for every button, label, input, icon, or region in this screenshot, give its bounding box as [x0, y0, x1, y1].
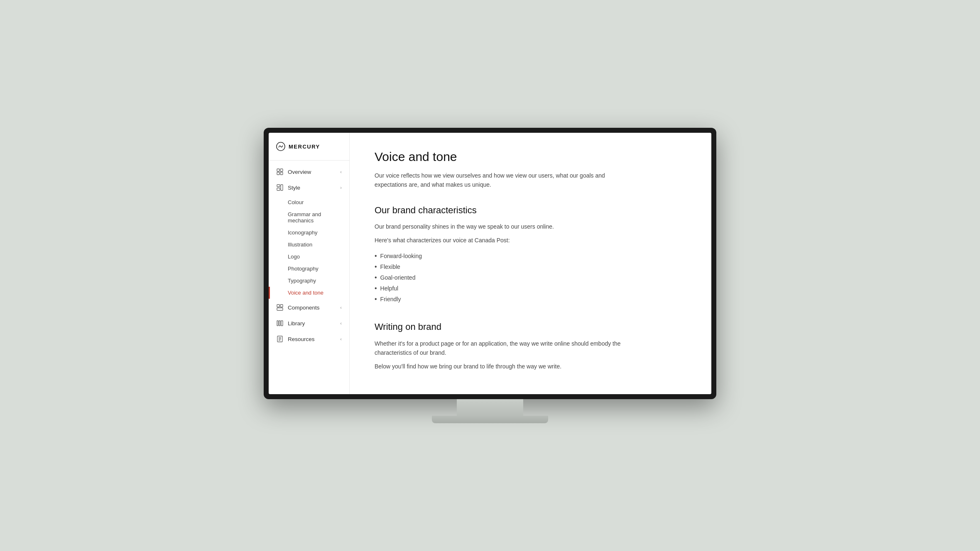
chevron-down-icon-overview: ‹	[340, 169, 342, 174]
brand-traits-list: Forward-looking Flexible Goal-oriented H…	[375, 251, 686, 305]
svg-rect-10	[277, 308, 283, 310]
monitor-stand-base	[432, 416, 548, 423]
brand-subtext: Here's what characterizes our voice at C…	[375, 236, 624, 245]
resources-icon	[276, 335, 284, 343]
svg-rect-2	[280, 169, 283, 171]
sidebar-item-voice-and-tone[interactable]: Voice and tone	[269, 287, 349, 299]
sidebar-item-label-library: Library	[288, 320, 305, 327]
sidebar-item-style[interactable]: Style ›	[269, 180, 349, 195]
nav-section-library: Library ‹	[269, 315, 349, 331]
chevron-down-icon-components: ‹	[340, 305, 342, 310]
svg-rect-11	[277, 321, 278, 326]
style-icon	[276, 184, 284, 191]
svg-rect-8	[277, 305, 279, 307]
sidebar-item-label-overview: Overview	[288, 169, 311, 175]
overview-icon	[276, 168, 284, 176]
sidebar-item-overview[interactable]: Overview ‹	[269, 164, 349, 180]
nav-section-components: Components ‹	[269, 300, 349, 315]
list-item: Helpful	[375, 283, 686, 294]
logo-area: MERCURY	[269, 133, 349, 161]
svg-rect-7	[281, 185, 283, 190]
svg-rect-9	[280, 305, 283, 307]
brand-characteristics-heading: Our brand characteristics	[375, 205, 686, 217]
sidebar-item-typography[interactable]: Typography	[269, 275, 349, 287]
sidebar-item-colour[interactable]: Colour	[269, 196, 349, 208]
main-content: Voice and tone Our voice reflects how we…	[350, 133, 711, 394]
chevron-down-icon-resources: ‹	[340, 336, 342, 341]
sidebar-item-iconography[interactable]: Iconography	[269, 227, 349, 239]
sidebar-item-logo[interactable]: Logo	[269, 251, 349, 263]
writing-subtext: Below you'll find how we bring our brand…	[375, 362, 624, 371]
page-intro: Our voice reflects how we view ourselves…	[375, 171, 624, 190]
logo-text: MERCURY	[289, 144, 320, 150]
nav-section-overview: Overview ‹	[269, 164, 349, 180]
list-item: Friendly	[375, 294, 686, 305]
svg-rect-12	[279, 321, 280, 326]
writing-heading: Writing on brand	[375, 321, 686, 333]
brand-description: Our brand personality shines in the way …	[375, 222, 624, 231]
sidebar-item-illustration[interactable]: Illustration	[269, 239, 349, 251]
writing-section: Writing on brand Whether it's for a prod…	[375, 321, 686, 371]
library-icon	[276, 319, 284, 327]
sidebar-item-label-resources: Resources	[288, 336, 315, 342]
components-icon	[276, 304, 284, 311]
sidebar-navigation: Overview ‹	[269, 161, 349, 394]
nav-section-style: Style › Colour Grammar and mechanics	[269, 180, 349, 300]
app-container: MERCURY	[269, 133, 711, 394]
page-title: Voice and tone	[375, 149, 686, 164]
chevron-up-icon-style: ›	[340, 185, 342, 190]
style-subnav: Colour Grammar and mechanics Iconography…	[269, 195, 349, 300]
svg-rect-1	[277, 169, 279, 171]
sidebar-item-resources[interactable]: Resources ‹	[269, 331, 349, 347]
list-item: Goal-oriented	[375, 272, 686, 283]
list-item: Forward-looking	[375, 251, 686, 261]
sidebar-item-label-components: Components	[288, 305, 320, 311]
sidebar: MERCURY	[269, 133, 350, 394]
sidebar-item-label-style: Style	[288, 185, 300, 191]
svg-rect-4	[280, 172, 283, 175]
svg-rect-5	[277, 185, 280, 187]
svg-rect-6	[277, 188, 280, 190]
writing-description: Whether it's for a product page or for a…	[375, 339, 624, 358]
nav-section-resources: Resources ‹	[269, 331, 349, 347]
sidebar-item-components[interactable]: Components ‹	[269, 300, 349, 315]
monitor-frame: MERCURY	[264, 128, 716, 399]
monitor-stand-neck	[457, 399, 523, 416]
sidebar-item-library[interactable]: Library ‹	[269, 315, 349, 331]
sidebar-item-grammar[interactable]: Grammar and mechanics	[269, 208, 349, 227]
svg-rect-13	[281, 321, 283, 326]
list-item: Flexible	[375, 261, 686, 272]
svg-rect-3	[277, 172, 279, 175]
chevron-down-icon-library: ‹	[340, 321, 342, 326]
mercury-logo-icon	[276, 142, 285, 151]
sidebar-item-photography[interactable]: Photography	[269, 263, 349, 275]
